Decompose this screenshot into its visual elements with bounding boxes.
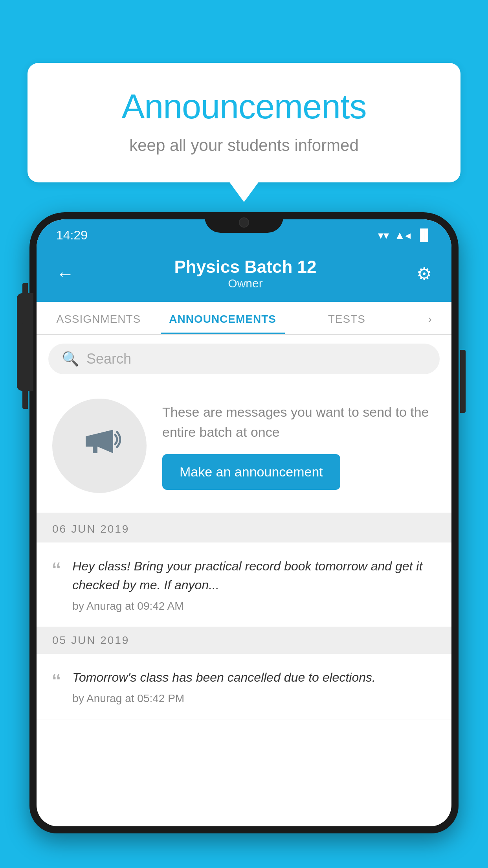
date-separator-1: 06 JUN 2019 xyxy=(37,516,451,542)
battery-icon: ▐▌ xyxy=(416,229,432,241)
notch-camera xyxy=(239,217,249,228)
tab-assignments[interactable]: ASSIGNMENTS xyxy=(37,302,161,334)
search-placeholder: Search xyxy=(86,351,131,367)
bubble-subtitle: keep all your students informed xyxy=(59,136,429,155)
speech-bubble-section: Announcements keep all your students inf… xyxy=(28,63,460,182)
search-bar[interactable]: 🔍 Search xyxy=(48,344,440,374)
announcement-content-1: Hey class! Bring your practical record b… xyxy=(72,557,436,612)
tab-bar: ASSIGNMENTS ANNOUNCEMENTS TESTS › xyxy=(37,302,451,335)
search-container: 🔍 Search xyxy=(37,335,451,383)
phone-outer: 14:29 ▾▾ ▲◂ ▐▌ ← Physics Batch 12 Owner … xyxy=(29,212,459,833)
date-label-2: 05 JUN 2019 xyxy=(52,634,129,646)
app-header: ← Physics Batch 12 Owner ⚙ xyxy=(37,248,451,302)
search-icon: 🔍 xyxy=(62,351,79,367)
promo-icon-circle xyxy=(52,399,147,493)
wifi-icon: ▾▾ xyxy=(378,229,389,242)
settings-icon[interactable]: ⚙ xyxy=(416,264,432,284)
announcement-item-1[interactable]: “ Hey class! Bring your practical record… xyxy=(37,542,451,627)
bubble-title: Announcements xyxy=(59,86,429,127)
phone-wrapper: 14:29 ▾▾ ▲◂ ▐▌ ← Physics Batch 12 Owner … xyxy=(29,212,459,868)
status-time: 14:29 xyxy=(56,228,88,243)
promo-description: These are messages you want to send to t… xyxy=(162,402,436,442)
announcement-author-2: by Anurag at 05:42 PM xyxy=(72,692,436,705)
announcement-text-1: Hey class! Bring your practical record b… xyxy=(72,557,436,594)
quote-icon-2: “ xyxy=(52,670,61,705)
header-center: Physics Batch 12 Owner xyxy=(174,257,317,290)
announcement-item-2[interactable]: “ Tomorrow's class has been cancelled du… xyxy=(37,654,451,719)
tab-more[interactable]: › xyxy=(409,302,451,334)
status-icons: ▾▾ ▲◂ ▐▌ xyxy=(378,229,432,242)
phone-screen: 14:29 ▾▾ ▲◂ ▐▌ ← Physics Batch 12 Owner … xyxy=(37,219,451,826)
back-button[interactable]: ← xyxy=(56,263,74,284)
header-subtitle: Owner xyxy=(174,277,317,290)
announcement-author-1: by Anurag at 09:42 AM xyxy=(72,600,436,612)
signal-icon: ▲◂ xyxy=(394,229,411,242)
date-separator-2: 05 JUN 2019 xyxy=(37,627,451,654)
announcement-promo: These are messages you want to send to t… xyxy=(37,383,451,516)
announcement-content-2: Tomorrow's class has been cancelled due … xyxy=(72,668,436,705)
phone-notch xyxy=(205,212,283,233)
quote-icon-1: “ xyxy=(52,559,61,612)
megaphone-icon xyxy=(78,420,121,472)
speech-bubble-card: Announcements keep all your students inf… xyxy=(28,63,460,182)
date-label-1: 06 JUN 2019 xyxy=(52,523,129,535)
make-announcement-button[interactable]: Make an announcement xyxy=(162,454,340,490)
promo-content: These are messages you want to send to t… xyxy=(162,402,436,490)
tab-tests[interactable]: TESTS xyxy=(285,302,409,334)
announcement-text-2: Tomorrow's class has been cancelled due … xyxy=(72,668,436,687)
header-title: Physics Batch 12 xyxy=(174,257,317,277)
tab-announcements[interactable]: ANNOUNCEMENTS xyxy=(161,302,285,334)
